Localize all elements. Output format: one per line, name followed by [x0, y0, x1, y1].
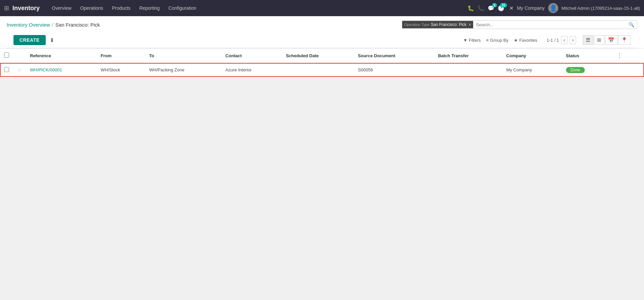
row-scheduled-date	[282, 63, 354, 77]
header-to[interactable]: To	[145, 48, 221, 63]
header-select-all[interactable]	[0, 48, 13, 63]
search-tag-label: Operation Type	[404, 23, 429, 27]
nav-products[interactable]: Products	[108, 3, 135, 13]
row-to: WH/Packing Zone	[145, 63, 221, 77]
download-button[interactable]: ⬇	[50, 37, 54, 43]
header-status[interactable]: Status	[562, 48, 610, 63]
row-options	[610, 63, 644, 77]
select-all-checkbox[interactable]	[4, 53, 9, 58]
pagination-next[interactable]: ›	[570, 36, 576, 44]
page-body	[0, 77, 644, 279]
pagination-prev[interactable]: ‹	[561, 36, 567, 44]
header-from[interactable]: From	[97, 48, 145, 63]
groupby-label[interactable]: Group By	[490, 38, 508, 43]
username[interactable]: Mitchell Admin (17095214-saas-15-1-all)	[562, 6, 640, 11]
nav-configuration[interactable]: Configuration	[164, 3, 200, 13]
topnav-right: 🐛 📞 💬 5 🕐 31 ✕ My Company 👤 Mitchell Adm…	[467, 3, 640, 13]
toolbar-row: CREATE ⬇ ▼ Filters ≡ Group By ★ Favorite…	[7, 32, 637, 48]
activity-count: 31	[500, 3, 507, 7]
view-toggles: ☰ ⊞ 📅 📍	[583, 35, 631, 45]
table-row[interactable]: ☆ WH/PICK/00001 WH/Stock WH/Packing Zone…	[0, 63, 644, 77]
groupby-icon: ≡	[486, 38, 489, 43]
row-checkbox-cell[interactable]	[0, 63, 13, 77]
nav-menu: Overview Operations Products Reporting C…	[48, 3, 466, 13]
pagination-count: 1-1 / 1	[546, 38, 559, 43]
row-company: My Company	[502, 63, 562, 77]
row-batch-transfer	[434, 63, 502, 77]
search-tag-close[interactable]: ×	[468, 22, 471, 27]
header-contact[interactable]: Contact	[221, 48, 282, 63]
toolbar-filters: ▼ Filters ≡ Group By ★ Favorites	[463, 38, 537, 43]
grid-icon[interactable]: ⊞	[4, 4, 9, 12]
create-button[interactable]: CREATE	[13, 35, 46, 45]
app-brand[interactable]: Inventory	[12, 5, 40, 12]
table-header: Reference From To Contact Scheduled Date…	[0, 48, 644, 63]
status-badge: Done	[566, 67, 585, 73]
top-navigation: ⊞ Inventory Overview Operations Products…	[0, 0, 644, 16]
row-reference[interactable]: WH/PICK/00001	[26, 63, 97, 77]
breadcrumb-row: Inventory Overview / San Francisco: Pick…	[7, 20, 637, 29]
star-icon: ★	[514, 38, 518, 43]
activity-badge[interactable]: 🕐 31	[498, 5, 504, 11]
search-icon[interactable]: 🔍	[626, 21, 637, 29]
header-reference[interactable]: Reference	[26, 48, 97, 63]
table-header-row: Reference From To Contact Scheduled Date…	[0, 48, 644, 63]
row-from: WH/Stock	[97, 63, 145, 77]
header-company[interactable]: Company	[502, 48, 562, 63]
pagination: 1-1 / 1 ‹ ›	[546, 36, 576, 44]
reference-link[interactable]: WH/PICK/00001	[30, 67, 62, 72]
breadcrumb-separator: /	[52, 22, 53, 28]
search-input[interactable]	[473, 21, 626, 29]
settings-icon[interactable]: ✕	[509, 5, 514, 11]
table-container: Reference From To Contact Scheduled Date…	[0, 48, 644, 77]
list-view-button[interactable]: ☰	[583, 35, 593, 45]
kanban-view-button[interactable]: ⊞	[594, 35, 604, 45]
chat-count: 5	[492, 3, 497, 7]
nav-overview[interactable]: Overview	[48, 3, 75, 13]
nav-reporting[interactable]: Reporting	[135, 3, 164, 13]
page-header: Inventory Overview / San Francisco: Pick…	[0, 16, 644, 48]
breadcrumb: Inventory Overview / San Francisco: Pick	[7, 22, 100, 28]
breadcrumb-parent[interactable]: Inventory Overview	[7, 22, 50, 28]
header-star	[13, 48, 26, 63]
search-bar: Operation Type San Francisco: Pick × 🔍	[402, 20, 637, 29]
row-star-cell[interactable]: ☆	[13, 63, 26, 77]
row-status: Done	[562, 63, 610, 77]
row-contact: Azure Interior	[221, 63, 282, 77]
nav-operations[interactable]: Operations	[76, 3, 107, 13]
header-options: ⋮	[610, 48, 644, 63]
company-name[interactable]: My Company	[517, 5, 544, 11]
groupby-button[interactable]: ≡ Group By	[486, 38, 509, 43]
map-view-button[interactable]: 📍	[618, 35, 631, 45]
chat-badge[interactable]: 💬 5	[488, 5, 494, 11]
header-source-document[interactable]: Source Document	[354, 48, 434, 63]
phone-icon[interactable]: 📞	[478, 5, 484, 11]
header-batch-transfer[interactable]: Batch Transfer	[434, 48, 502, 63]
search-tag: Operation Type San Francisco: Pick ×	[402, 21, 473, 28]
column-options-icon[interactable]: ⋮	[614, 52, 625, 59]
filters-label[interactable]: Filters	[469, 38, 481, 43]
records-table: Reference From To Contact Scheduled Date…	[0, 48, 644, 77]
filter-icon: ▼	[463, 38, 467, 43]
filters-button[interactable]: ▼ Filters	[463, 38, 481, 43]
favorites-label[interactable]: Favorites	[519, 38, 537, 43]
row-checkbox[interactable]	[4, 67, 9, 72]
breadcrumb-current: San Francisco: Pick	[55, 22, 100, 28]
user-avatar[interactable]: 👤	[548, 3, 558, 13]
row-source-document: S00056	[354, 63, 434, 77]
bug-icon[interactable]: 🐛	[467, 5, 474, 11]
header-scheduled-date[interactable]: Scheduled Date	[282, 48, 354, 63]
table-body: ☆ WH/PICK/00001 WH/Stock WH/Packing Zone…	[0, 63, 644, 77]
calendar-view-button[interactable]: 📅	[605, 35, 617, 45]
favorites-button[interactable]: ★ Favorites	[514, 38, 537, 43]
search-tag-value: San Francisco: Pick	[431, 22, 466, 27]
